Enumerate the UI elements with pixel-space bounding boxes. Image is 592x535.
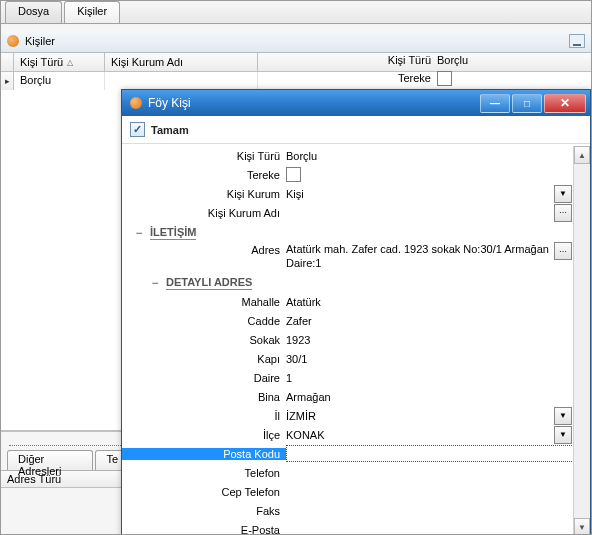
info-tereke-checkbox[interactable] [437, 71, 452, 86]
label-daire: Daire [122, 372, 286, 384]
minimize-icon: — [490, 98, 500, 109]
grid-col-kisi-kurum-adi[interactable]: Kişi Kurum Adı [105, 53, 258, 71]
kisi-kurum-adi-lookup-button[interactable]: ⋯ [554, 204, 572, 222]
chevron-down-icon: ▼ [559, 430, 567, 439]
tamam-label: Tamam [151, 124, 189, 136]
row-current-indicator-icon: ▸ [1, 72, 14, 90]
label-cep-telefon: Cep Telefon [122, 486, 286, 498]
label-cadde: Cadde [122, 315, 286, 327]
ilce-dropdown-button[interactable]: ▼ [554, 426, 572, 444]
tereke-checkbox[interactable] [286, 167, 301, 182]
maximize-icon: □ [524, 98, 530, 109]
group-iletisim-label: İLETİŞİM [150, 226, 196, 240]
value-sokak[interactable]: 1923 [286, 334, 310, 346]
il-dropdown-button[interactable]: ▼ [554, 407, 572, 425]
value-ilce[interactable]: KONAK [286, 429, 552, 441]
cell-kisi-turu: Borçlu [14, 72, 105, 90]
dialog-titlebar[interactable]: Föy Kişi — □ ✕ [122, 90, 590, 116]
info-value-kisi-turu: Borçlu [437, 54, 468, 66]
panel-title: Kişiler [25, 35, 55, 47]
subgrid-col-adres-turu[interactable]: Adres Türü [1, 471, 131, 488]
tab-kisiler-label: Kişiler [77, 5, 107, 17]
foy-kisi-dialog: Föy Kişi — □ ✕ ✓ Tamam Kişi Türü Borçlu … [121, 89, 591, 535]
value-kisi-kurum[interactable]: Kişi [286, 188, 552, 200]
label-eposta: E-Posta [122, 524, 286, 536]
panel-icon [7, 35, 19, 47]
grid-col-kisi-turu[interactable]: Kişi Türü △ [14, 53, 105, 71]
label-ilce: İlçe [122, 429, 286, 441]
chevron-down-icon: ▼ [559, 189, 567, 198]
value-kisi-turu[interactable]: Borçlu [286, 150, 317, 162]
value-mahalle[interactable]: Atatürk [286, 296, 321, 308]
ellipsis-icon: ⋯ [559, 208, 567, 217]
dialog-minimize-button[interactable]: — [480, 94, 510, 113]
label-adres: Adres [122, 242, 286, 256]
cell-kisi-kurum-adi [105, 72, 258, 90]
label-kisi-kurum-adi: Kişi Kurum Adı [122, 207, 286, 219]
scroll-down-button[interactable]: ▼ [574, 518, 590, 535]
group-detayli-label: DETAYLI ADRES [166, 276, 252, 290]
table-row[interactable]: ▸ Borçlu [1, 72, 591, 90]
label-kisi-turu: Kişi Türü [122, 150, 286, 162]
tamam-checkbox[interactable]: ✓ [130, 122, 145, 137]
adres-lookup-button[interactable]: ⋯ [554, 242, 572, 260]
kisi-kurum-dropdown-button[interactable]: ▼ [554, 185, 572, 203]
collapse-icon: − [150, 276, 160, 290]
tab-dosya[interactable]: Dosya [5, 1, 62, 23]
collapse-icon: − [134, 226, 144, 240]
label-mahalle: Mahalle [122, 296, 286, 308]
value-cadde[interactable]: Zafer [286, 315, 312, 327]
posta-kodu-input[interactable] [287, 446, 571, 461]
subtab-te-label: Te [106, 453, 118, 465]
group-iletisim[interactable]: −İLETİŞİM [122, 222, 574, 242]
value-il[interactable]: İZMİR [286, 410, 552, 422]
tab-dosya-label: Dosya [18, 5, 49, 17]
grid-row-indicator-header [1, 53, 14, 71]
label-sokak: Sokak [122, 334, 286, 346]
sort-indicator-icon: △ [67, 58, 73, 67]
label-tereke: Tereke [122, 169, 286, 181]
subgrid-col-adres-turu-label: Adres Türü [7, 473, 61, 485]
label-faks: Faks [122, 505, 286, 517]
splitter[interactable] [9, 445, 123, 446]
chevron-down-icon: ▼ [559, 411, 567, 420]
group-detayli-adres[interactable]: −DETAYLI ADRES [122, 272, 574, 292]
label-telefon: Telefon [122, 467, 286, 479]
scroll-up-button[interactable]: ▲ [574, 146, 590, 164]
panel-header: Kişiler [1, 30, 591, 53]
close-icon: ✕ [560, 96, 570, 110]
tab-kisiler[interactable]: Kişiler [64, 1, 120, 23]
label-il: İl [122, 410, 286, 422]
value-adres[interactable]: Atatürk mah. Zafer cad. 1923 sokak No:30… [286, 242, 552, 270]
value-kapi[interactable]: 30/1 [286, 353, 307, 365]
label-kapi: Kapı [122, 353, 286, 365]
ellipsis-icon: ⋯ [559, 247, 567, 256]
label-bina: Bina [122, 391, 286, 403]
info-label-tereke: Tereke [371, 72, 431, 84]
dialog-title: Föy Kişi [148, 96, 191, 110]
value-daire[interactable]: 1 [286, 372, 292, 384]
subtab-diger-adresleri[interactable]: Diğer Adresleri [7, 450, 93, 470]
dialog-maximize-button[interactable]: □ [512, 94, 542, 113]
info-label-kisi-turu: Kişi Türü [371, 54, 431, 66]
label-posta-kodu: Posta Kodu [122, 448, 286, 460]
dialog-close-button[interactable]: ✕ [544, 94, 586, 113]
label-kisi-kurum: Kişi Kurum [122, 188, 286, 200]
grid-col-kisi-kurum-adi-label: Kişi Kurum Adı [111, 56, 183, 68]
chevron-down-icon: ▼ [578, 523, 586, 532]
value-bina[interactable]: Armağan [286, 391, 331, 403]
grid-col-kisi-turu-label: Kişi Türü [20, 56, 63, 68]
chevron-up-icon: ▲ [578, 151, 586, 160]
dialog-scrollbar[interactable]: ▲ ▼ [573, 146, 590, 535]
dialog-icon [130, 97, 142, 109]
panel-minimize-button[interactable] [569, 34, 585, 48]
